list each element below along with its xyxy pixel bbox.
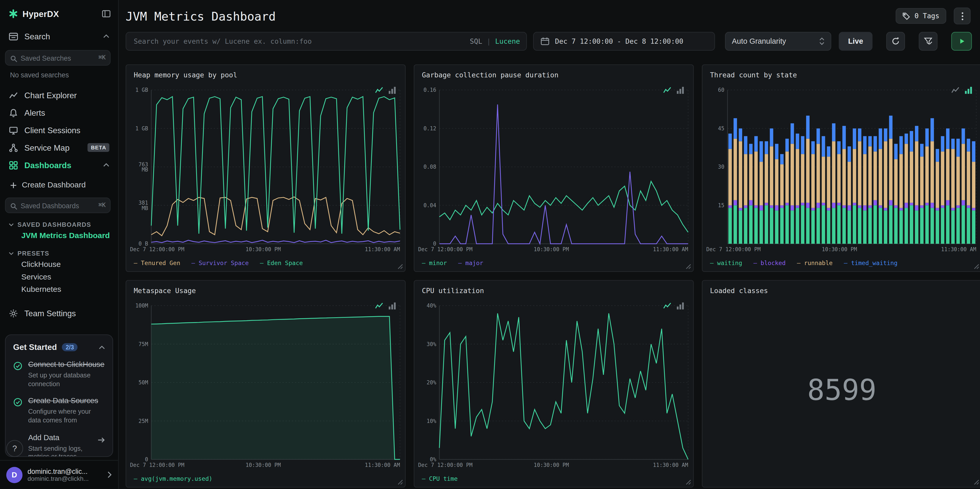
presets-section-header[interactable]: PRESETS bbox=[0, 248, 118, 258]
resize-handle-icon[interactable] bbox=[973, 479, 979, 485]
saved-dashboard-item-jvm[interactable]: JVM Metrics Dashboard bbox=[0, 229, 118, 242]
get-started-step-add-data[interactable]: Add Data Start sending logs, metrics or … bbox=[13, 433, 105, 457]
preset-item-clickhouse[interactable]: ClickHouse bbox=[0, 258, 118, 271]
chart-type-toggle bbox=[663, 86, 684, 94]
filter-icon bbox=[924, 37, 932, 46]
y-tick-label: 763MB bbox=[138, 161, 148, 173]
line-chart-toggle-icon[interactable] bbox=[663, 86, 671, 94]
filter-button[interactable] bbox=[919, 32, 937, 51]
avatar: D bbox=[6, 467, 22, 483]
select-chevrons-icon bbox=[819, 38, 824, 45]
resize-handle-icon[interactable] bbox=[397, 479, 403, 485]
resize-handle-icon[interactable] bbox=[685, 263, 691, 269]
legend-item[interactable]: — minor bbox=[422, 260, 447, 266]
bar-chart-toggle-icon[interactable] bbox=[676, 302, 684, 310]
sidebar-item-team-settings[interactable]: Team Settings bbox=[0, 304, 118, 322]
legend-item[interactable]: — CPU time bbox=[422, 475, 458, 482]
x-tick-label: Dec 7 12:00:00 PM bbox=[130, 246, 185, 252]
tags-button[interactable]: 0 Tags bbox=[896, 8, 946, 24]
event-search-input[interactable] bbox=[132, 37, 465, 46]
bar-chart-toggle-icon[interactable] bbox=[676, 86, 684, 94]
x-tick-label: 11:30:00 AM bbox=[653, 246, 688, 252]
saved-searches-input[interactable]: ⌘K bbox=[5, 50, 111, 65]
panel-heap-memory-usage-by-pool: Heap memory usage by pool0 B381MB763MB1 … bbox=[126, 64, 406, 272]
saved-searches-field[interactable] bbox=[6, 51, 110, 65]
preset-item-services[interactable]: Services bbox=[0, 271, 118, 284]
get-started-step-sources[interactable]: Create Data Sources Configure where your… bbox=[13, 397, 105, 425]
legend-item[interactable]: — runnable bbox=[797, 260, 833, 266]
create-dashboard-button[interactable]: Create Dashboard bbox=[0, 177, 118, 192]
line-chart-toggle-icon[interactable] bbox=[951, 86, 959, 94]
y-tick-label: 0 B bbox=[138, 241, 148, 247]
legend-item[interactable]: — Eden Space bbox=[260, 260, 303, 266]
plus-icon bbox=[10, 182, 17, 188]
step-subtitle: Configure where your data comes from bbox=[28, 408, 105, 425]
chart-metaspace-usage: 025M50M75M100MDec 7 12:00:00 PM10:30:00 … bbox=[130, 301, 402, 472]
chevron-up-icon[interactable] bbox=[99, 345, 105, 349]
saved-dashboards-section-header[interactable]: SAVED DASHBOARDS bbox=[0, 219, 118, 229]
legend-item[interactable]: — major bbox=[458, 260, 483, 266]
get-started-step-connect[interactable]: Connect to ClickHouse Set up your databa… bbox=[13, 360, 105, 388]
legend-item[interactable]: — blocked bbox=[754, 260, 786, 266]
user-menu[interactable]: D dominic.tran@clic... dominic.tran@clic… bbox=[0, 460, 118, 489]
y-tick-label: 0 bbox=[145, 456, 148, 462]
legend-item[interactable]: — Survivor Space bbox=[191, 260, 249, 266]
y-tick-label: 0 bbox=[433, 241, 436, 247]
y-tick-label: 40% bbox=[427, 303, 436, 309]
line-chart-toggle-icon[interactable] bbox=[663, 302, 671, 310]
more-options-button[interactable] bbox=[954, 8, 971, 24]
y-tick-label: 1 GB bbox=[135, 126, 148, 132]
legend-item[interactable]: — waiting bbox=[710, 260, 742, 266]
live-button[interactable]: Live bbox=[839, 32, 873, 51]
legend-item[interactable]: — avg(jvm.memory.used) bbox=[134, 475, 212, 482]
run-query-button[interactable] bbox=[951, 32, 972, 51]
hyperdx-logo-icon bbox=[8, 9, 18, 19]
tag-icon bbox=[903, 12, 910, 19]
legend-item[interactable]: — timed_waiting bbox=[844, 260, 898, 266]
step-subtitle: Start sending logs, metrics or traces bbox=[28, 444, 92, 457]
collapse-sidebar-button[interactable] bbox=[102, 9, 111, 18]
chart-legend: — minor— major bbox=[422, 260, 483, 266]
chart-legend: — avg(jvm.memory.used) bbox=[134, 475, 212, 482]
legend-item[interactable]: — Tenured Gen bbox=[134, 260, 180, 266]
x-tick-label: 10:30:00 PM bbox=[245, 246, 281, 252]
saved-dashboards-field[interactable] bbox=[6, 198, 110, 213]
line-chart-toggle-icon[interactable] bbox=[375, 302, 383, 310]
y-tick-label: 1 GB bbox=[135, 87, 148, 93]
sql-toggle[interactable]: SQL bbox=[470, 37, 482, 46]
sidebar-item-service-map[interactable]: Service Map BETA bbox=[0, 139, 118, 156]
sidebar-item-client-sessions[interactable]: Client Sessions bbox=[0, 121, 118, 139]
resize-handle-icon[interactable] bbox=[685, 479, 691, 485]
check-circle-icon bbox=[13, 361, 22, 388]
panel-metaspace-usage: Metaspace Usage025M50M75M100MDec 7 12:00… bbox=[126, 280, 406, 487]
chart-legend: — CPU time bbox=[422, 475, 458, 482]
tags-label: 0 Tags bbox=[915, 12, 939, 20]
bar-chart-toggle-icon[interactable] bbox=[964, 86, 972, 94]
x-tick-label: Dec 7 12:00:00 PM bbox=[706, 246, 760, 252]
get-started-card: Get Started 2/3 Connect to ClickHouse Se… bbox=[5, 334, 113, 457]
sidebar-item-chart-explorer[interactable]: Chart Explorer bbox=[0, 86, 118, 104]
lucene-toggle[interactable]: Lucene bbox=[495, 37, 520, 46]
loaded-classes-value: 8599 bbox=[703, 373, 980, 407]
granularity-select[interactable]: Auto Granularity bbox=[725, 32, 831, 51]
saved-dashboards-input[interactable]: ⌘K bbox=[5, 198, 111, 213]
chart-cpu-utilization: 0%10%20%30%40%Dec 7 12:00:00 PM10:30:00 … bbox=[418, 301, 690, 472]
preset-item-kubernetes[interactable]: Kubernetes bbox=[0, 283, 118, 296]
resize-handle-icon[interactable] bbox=[397, 263, 403, 269]
resize-handle-icon[interactable] bbox=[973, 263, 979, 269]
granularity-label: Auto Granularity bbox=[732, 37, 786, 46]
chevron-down-icon bbox=[9, 252, 14, 255]
bar-chart-toggle-icon[interactable] bbox=[388, 86, 396, 94]
search-section-icon bbox=[9, 32, 18, 41]
line-chart-toggle-icon[interactable] bbox=[375, 86, 383, 94]
step-title: Create Data Sources bbox=[28, 397, 105, 406]
bar-chart-toggle-icon[interactable] bbox=[388, 302, 396, 310]
event-search-box[interactable]: SQL | Lucene bbox=[126, 32, 527, 51]
help-button[interactable]: ? bbox=[6, 440, 23, 457]
sidebar-item-search[interactable]: Search bbox=[0, 27, 118, 45]
sidebar-item-alerts[interactable]: Alerts bbox=[0, 104, 118, 121]
refresh-button[interactable] bbox=[886, 32, 905, 51]
sidebar-item-dashboards[interactable]: Dashboards bbox=[0, 156, 118, 174]
x-tick-label: 10:30:00 PM bbox=[534, 246, 569, 252]
date-range-picker[interactable]: Dec 7 12:00:00 - Dec 8 12:00:00 bbox=[533, 32, 715, 51]
